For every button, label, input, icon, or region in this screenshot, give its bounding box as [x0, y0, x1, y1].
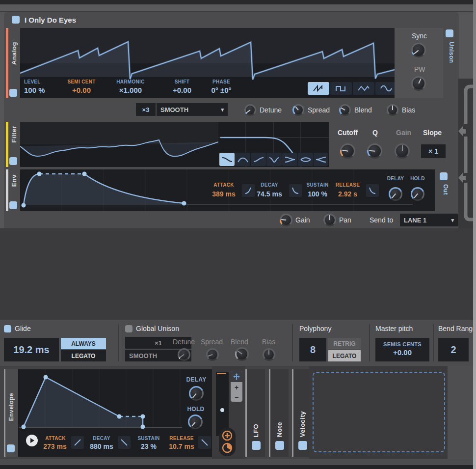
release-curve-icon: [368, 186, 377, 195]
filter-type-peak[interactable]: [298, 153, 313, 166]
q-knob[interactable]: [367, 143, 382, 159]
out-enable-checkbox[interactable]: [440, 172, 448, 180]
filter-type-notch[interactable]: [266, 153, 282, 166]
top-gray-bar: [0, 4, 476, 11]
preset-enable-checkbox[interactable]: [12, 16, 20, 24]
wave-button-saw-sync[interactable]: [308, 82, 329, 95]
polyphony-mode-retrig[interactable]: RETRIG: [328, 338, 361, 349]
env-enable-checkbox[interactable]: [9, 201, 17, 209]
analog-level-value[interactable]: 100 %: [24, 86, 58, 94]
glide-value-box[interactable]: 19.2 ms: [4, 338, 59, 361]
analog-harmonic-value[interactable]: ×1.000: [104, 86, 158, 94]
glide-enable-checkbox[interactable]: [4, 325, 11, 332]
polyphony-value-box[interactable]: 8: [299, 338, 326, 361]
envelope-delay-knob[interactable]: [189, 386, 204, 401]
master-pitch-box[interactable]: SEMIS CENTS +0.00: [375, 338, 429, 361]
menv-sustain-value[interactable]: 23 %: [135, 442, 162, 450]
env-attack-value[interactable]: 389 ms: [207, 190, 241, 198]
output-pan-knob[interactable]: [323, 214, 336, 226]
filter-gain-label: Gain: [396, 129, 411, 137]
unison-voices-box[interactable]: ×3: [136, 103, 156, 116]
unison-enable-checkbox[interactable]: [446, 29, 453, 37]
menv-release-value[interactable]: 10.7 ms: [165, 442, 198, 450]
filter-response-display[interactable]: [218, 122, 329, 167]
modulator-tab-note[interactable]: Note: [269, 369, 289, 457]
gu-blend-knob[interactable]: [235, 347, 249, 361]
gu-bias-knob[interactable]: [263, 348, 275, 361]
analog-phase-value[interactable]: 0° ±0°: [197, 86, 246, 94]
menv-attack-value[interactable]: 273 ms: [40, 442, 70, 450]
rate-clock-icon[interactable]: [221, 442, 233, 454]
out-column[interactable]: Out: [438, 169, 453, 211]
filter-type-bandpass[interactable]: [235, 153, 250, 166]
lfo-enable-checkbox[interactable]: [252, 441, 261, 450]
filter-type-lowpass[interactable]: [219, 153, 235, 166]
send-to-dropdown[interactable]: LANE 1 ▾: [400, 214, 458, 226]
env-release-curve-box[interactable]: [366, 184, 379, 197]
modulator-dropzone-area: [309, 366, 448, 459]
filter-type-highpass[interactable]: [251, 153, 266, 166]
filter-type-bandstop[interactable]: [282, 153, 297, 166]
menv-decay-curve-box[interactable]: [118, 436, 131, 449]
menv-attack-curve-box[interactable]: [71, 436, 84, 449]
detune-knob[interactable]: [244, 104, 256, 116]
filter-label-column[interactable]: Filter: [8, 122, 20, 167]
filter-gain-knob[interactable]: [395, 143, 410, 159]
zoom-out-button[interactable]: −: [231, 392, 242, 402]
pw-knob[interactable]: [411, 76, 426, 91]
gu-spread-knob[interactable]: [206, 348, 219, 361]
gu-detune-knob[interactable]: [178, 348, 190, 361]
empty-lane-area[interactable]: [0, 228, 473, 320]
envelope-hold-label: HOLD: [182, 406, 210, 413]
glide-mode-legato[interactable]: LEGATO: [61, 350, 106, 361]
modulator-tab-lfo[interactable]: LFO: [245, 369, 265, 457]
env-hold-knob[interactable]: [411, 187, 424, 201]
note-enable-checkbox[interactable]: [275, 441, 284, 450]
sync-label: Sync: [412, 32, 427, 40]
envelope-display[interactable]: DELAY HOLD ATTACK 273 ms DECAY 880 ms: [18, 369, 213, 457]
wave-button-triangle[interactable]: [353, 82, 374, 95]
sync-knob[interactable]: [411, 43, 426, 57]
master-pitch-value: +0.00: [375, 348, 429, 357]
zoom-in-button[interactable]: +: [231, 383, 242, 392]
cutoff-knob[interactable]: [340, 143, 355, 159]
polyphony-mode-legato[interactable]: LEGATO: [328, 350, 361, 361]
unison-mode-dropdown[interactable]: SMOOTH ▾: [157, 103, 228, 116]
envelope-hold-knob[interactable]: [188, 414, 203, 429]
zoom-button-group: + −: [231, 371, 242, 402]
env-release-value[interactable]: 2.92 s: [329, 190, 366, 198]
menv-decay-value[interactable]: 880 ms: [86, 442, 117, 450]
velocity-enable-checkbox[interactable]: [298, 441, 307, 450]
cutoff-label: Cutoff: [338, 129, 358, 137]
output-gain-knob[interactable]: [280, 214, 292, 226]
dropdown-arrow-icon: ▾: [451, 217, 454, 223]
filter-enable-checkbox[interactable]: [9, 157, 17, 165]
wave-button-sine[interactable]: [375, 82, 395, 95]
slope-value-box[interactable]: × 1: [421, 144, 446, 158]
modulator-tab-velocity[interactable]: Velocity: [292, 369, 312, 457]
menv-release-curve-box[interactable]: [198, 436, 211, 449]
env-label-column[interactable]: Env: [8, 169, 20, 211]
bias-knob[interactable]: [387, 104, 398, 116]
modulator-dropzone[interactable]: [313, 372, 445, 452]
env-display[interactable]: ATTACK 389 ms DECAY 74.5 ms SUSTAIN 100 …: [20, 169, 435, 211]
env-decay-value[interactable]: 74.5 ms: [250, 190, 289, 198]
analog-harmonic-label: HARMONIC: [104, 79, 158, 84]
bend-range-value-box[interactable]: 2: [438, 338, 469, 361]
add-modulator-icon[interactable]: [221, 430, 233, 441]
analog-label-column[interactable]: Analog: [8, 28, 20, 98]
glide-mode-always[interactable]: ALWAYS: [61, 338, 106, 349]
unison-column[interactable]: Unison: [443, 28, 459, 98]
blend-knob[interactable]: [339, 104, 351, 116]
filter-type-allpass[interactable]: [314, 153, 328, 166]
analog-semicent-value[interactable]: +0.00: [54, 86, 108, 94]
wave-button-pulse[interactable]: [330, 82, 352, 95]
mod-minimap[interactable]: [216, 372, 229, 436]
spread-knob[interactable]: [292, 104, 304, 116]
global-unison-checkbox[interactable]: [125, 325, 132, 332]
envelope-play-icon[interactable]: [26, 435, 38, 446]
envelope-enable-checkbox[interactable]: [7, 444, 15, 452]
pan-tool-button[interactable]: [231, 371, 242, 382]
analog-enable-checkbox[interactable]: [9, 89, 17, 97]
env-delay-knob[interactable]: [389, 187, 402, 201]
